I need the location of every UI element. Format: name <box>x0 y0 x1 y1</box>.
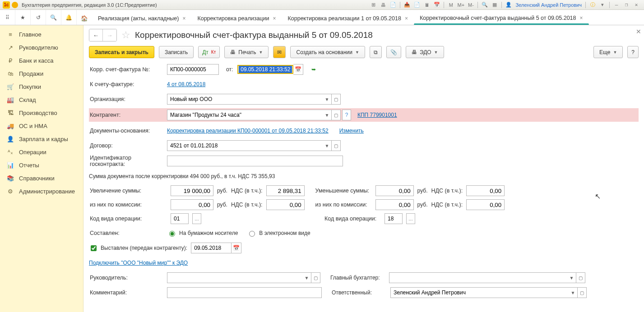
related-button[interactable]: ⧉ <box>370 46 382 58</box>
sidebar-item-os-nma[interactable]: 🚚ОС и НМА <box>0 119 83 133</box>
goscontract-input[interactable] <box>167 156 343 166</box>
radio-electronic[interactable]: В электронном виде <box>247 229 310 237</box>
info-dd-icon[interactable]: ▾ <box>598 1 607 9</box>
sidebar-item-reference[interactable]: 📚Справочники <box>0 172 83 185</box>
sidebar-item-production[interactable]: 🏗Производство <box>0 106 83 119</box>
tb-icon-misc[interactable]: ▦ <box>491 1 499 9</box>
sidebar-item-bank[interactable]: ₽Банк и касса <box>0 54 83 67</box>
to-invoice-link[interactable]: 4 от 08.05.2018 <box>167 81 205 87</box>
dec-input[interactable] <box>375 185 414 196</box>
sidebar-item-main[interactable]: ≡Главное <box>0 28 83 41</box>
sidebar-item-manager[interactable]: ↗Руководителю <box>0 41 83 54</box>
org-input[interactable] <box>167 94 323 105</box>
open-icon[interactable]: ▢ <box>332 94 341 105</box>
radio-paper[interactable]: На бумажном носителе <box>167 229 238 237</box>
comm-input2[interactable] <box>375 199 414 210</box>
tab-2[interactable]: Корректировка реализации 1 от 09.05.2018… <box>282 12 414 25</box>
search-icon[interactable]: 🔍 <box>46 10 61 25</box>
open-icon[interactable]: ▢ <box>332 140 341 151</box>
zoom-icon[interactable]: 🔍 <box>481 1 489 9</box>
post-button[interactable]: ДтКт <box>198 46 220 58</box>
tb-icon-4[interactable]: 📥 <box>403 1 411 9</box>
open-icon[interactable]: ▢ <box>576 272 585 283</box>
m-icon[interactable]: M <box>447 1 455 9</box>
director-input[interactable] <box>167 272 302 283</box>
comm-nds-input[interactable] <box>266 199 305 210</box>
inc-input[interactable] <box>171 185 213 196</box>
sidebar-item-hr[interactable]: 👤Зарплата и кадры <box>0 133 83 146</box>
doc-icon[interactable]: 📄 <box>389 1 397 9</box>
restore-icon[interactable]: ❐ <box>622 1 630 9</box>
open-icon[interactable]: ▢ <box>332 110 341 120</box>
bell-icon[interactable]: 🔔 <box>61 10 77 25</box>
contract-input[interactable] <box>167 140 323 151</box>
counterparty-input[interactable] <box>167 110 323 120</box>
tab-close-icon[interactable]: × <box>273 15 276 22</box>
dropdown-icon[interactable]: ▼ <box>323 140 332 151</box>
kpp-link[interactable]: КПП 779901001 <box>357 112 397 118</box>
app-dropdown-icon[interactable] <box>12 2 18 8</box>
sidebar-item-warehouse[interactable]: 🏭Склад <box>0 93 83 106</box>
forward-button[interactable]: → <box>103 29 116 41</box>
mplus-icon[interactable]: M+ <box>457 1 465 9</box>
tab-3[interactable]: Корректировочный счет-фактура выданный 5… <box>414 12 589 25</box>
responsible-input[interactable] <box>390 287 569 298</box>
posted-icon[interactable]: ➥ <box>311 66 316 73</box>
tab-1[interactable]: Корректировка реализации× <box>191 12 282 25</box>
back-button[interactable]: ← <box>89 29 103 41</box>
tab-0[interactable]: Реализация (акты, накладные)× <box>92 12 191 25</box>
close-icon[interactable]: ✕ <box>632 1 640 9</box>
user-name[interactable]: Зеленский Андрей Петрович <box>515 2 582 8</box>
calendar-icon[interactable]: 📅 <box>433 1 441 9</box>
dropdown-icon[interactable]: ▼ <box>302 272 311 283</box>
comm-nds-input2[interactable] <box>466 199 505 210</box>
dropdown-icon[interactable]: ▼ <box>323 94 332 105</box>
doc-close-icon[interactable]: ✕ <box>636 28 641 35</box>
issued-checkbox[interactable]: Выставлен (передан контрагенту): <box>89 244 187 252</box>
comment-input[interactable] <box>167 287 322 298</box>
calc-icon[interactable]: 🖩 <box>423 1 431 9</box>
mail-button[interactable]: ✉ <box>273 46 286 58</box>
print-icon[interactable]: 🖶 <box>379 1 387 9</box>
print-button[interactable]: 🖶Печать▼ <box>224 46 269 58</box>
comm-input[interactable] <box>171 199 213 210</box>
fav-icon[interactable]: ★ <box>15 10 31 25</box>
info-icon[interactable]: ⓘ <box>588 1 597 9</box>
change-link[interactable]: Изменить <box>339 128 364 134</box>
open-icon[interactable]: ▢ <box>578 287 587 298</box>
accountant-input[interactable] <box>389 272 567 283</box>
number-input[interactable] <box>167 64 219 75</box>
calendar-button[interactable]: 📅 <box>293 64 303 75</box>
calendar-button[interactable]: 📅 <box>232 243 241 253</box>
code2-input[interactable] <box>385 213 403 224</box>
sidebar-item-sales[interactable]: 🛍Продажи <box>0 67 83 80</box>
help-icon[interactable]: ? <box>342 110 351 120</box>
save-close-button[interactable]: Записать и закрыть <box>89 46 154 58</box>
sidebar-item-reports[interactable]: 📊Отчеты <box>0 159 83 172</box>
inc-nds-input[interactable] <box>266 185 305 196</box>
tab-close-icon[interactable]: × <box>580 15 583 21</box>
create-based-button[interactable]: Создать на основании▼ <box>290 46 365 58</box>
tb-icon-5[interactable]: 📄 <box>413 1 421 9</box>
open-icon[interactable]: ▢ <box>311 272 320 283</box>
more-button[interactable]: Еще▼ <box>593 46 623 58</box>
edo-link[interactable]: Подключить "ООО "Новый мир"" к ЭДО <box>89 260 188 266</box>
help-button[interactable]: ? <box>627 46 639 58</box>
edo-button[interactable]: 🖶ЭДО▼ <box>406 46 444 58</box>
history-icon[interactable]: ↺ <box>31 10 46 25</box>
apps-icon[interactable]: ⠿ <box>0 10 15 25</box>
tab-home[interactable]: 🏠 <box>77 12 92 25</box>
dec-nds-input[interactable] <box>466 185 505 196</box>
dropdown-icon[interactable]: ▼ <box>323 110 332 120</box>
tab-close-icon[interactable]: × <box>182 15 185 22</box>
basis-link[interactable]: Корректировка реализации КП00-000001 от … <box>167 128 329 134</box>
tab-close-icon[interactable]: × <box>405 15 408 22</box>
dropdown-icon[interactable]: ▼ <box>569 287 578 298</box>
save-button[interactable]: Записать <box>159 46 194 58</box>
dropdown-icon[interactable]: ▼ <box>567 272 576 283</box>
issued-date-input[interactable] <box>191 243 232 253</box>
sidebar-item-ops[interactable]: ᴬₓОперации <box>0 146 83 159</box>
minimize-icon[interactable]: — <box>612 1 621 9</box>
tb-icon-1[interactable]: ⊞ <box>369 1 377 9</box>
date-input[interactable]: 09.05.2018 21:33:52 <box>239 66 292 73</box>
